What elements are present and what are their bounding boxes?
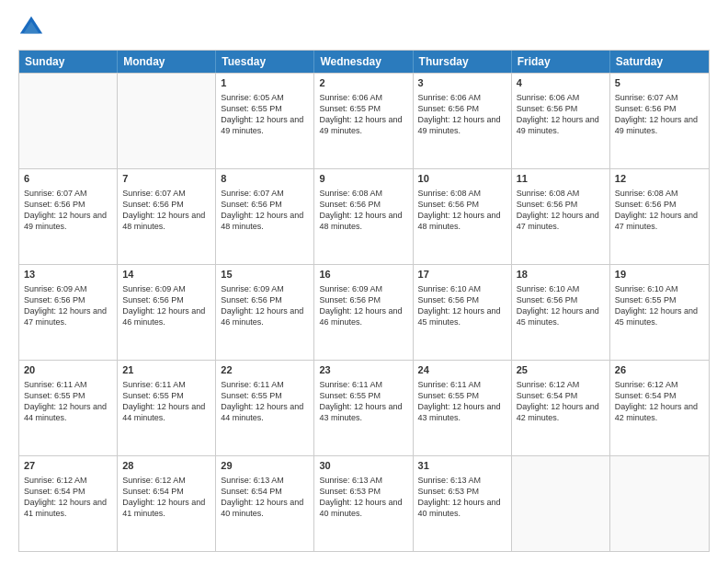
day-number: 20 — [24, 363, 112, 377]
calendar: SundayMondayTuesdayWednesdayThursdayFrid… — [18, 50, 710, 552]
day-info: Sunrise: 6:11 AM Sunset: 6:55 PM Dayligh… — [319, 379, 407, 424]
header-day-tuesday: Tuesday — [216, 51, 314, 73]
header-day-wednesday: Wednesday — [314, 51, 413, 73]
header-day-sunday: Sunday — [19, 51, 118, 73]
calendar-cell: 28Sunrise: 6:12 AM Sunset: 6:54 PM Dayli… — [118, 456, 216, 551]
calendar-cell: 18Sunrise: 6:10 AM Sunset: 6:56 PM Dayli… — [512, 265, 610, 360]
page-header — [18, 15, 710, 40]
day-number: 21 — [122, 363, 210, 377]
day-number: 30 — [319, 459, 407, 473]
day-number: 24 — [418, 363, 506, 377]
header-day-friday: Friday — [512, 51, 610, 73]
day-number: 6 — [24, 172, 112, 186]
calendar-cell: 12Sunrise: 6:08 AM Sunset: 6:56 PM Dayli… — [610, 169, 709, 264]
day-info: Sunrise: 6:07 AM Sunset: 6:56 PM Dayligh… — [221, 188, 309, 233]
day-number: 19 — [615, 268, 704, 282]
calendar-cell: 15Sunrise: 6:09 AM Sunset: 6:56 PM Dayli… — [216, 265, 314, 360]
calendar-cell: 13Sunrise: 6:09 AM Sunset: 6:56 PM Dayli… — [19, 265, 118, 360]
calendar-cell — [512, 456, 610, 551]
calendar-row-4: 27Sunrise: 6:12 AM Sunset: 6:54 PM Dayli… — [19, 455, 709, 551]
calendar-cell — [118, 74, 216, 168]
day-info: Sunrise: 6:09 AM Sunset: 6:56 PM Dayligh… — [122, 283, 210, 328]
day-number: 28 — [122, 459, 210, 473]
day-info: Sunrise: 6:08 AM Sunset: 6:56 PM Dayligh… — [615, 188, 704, 233]
calendar-cell: 2Sunrise: 6:06 AM Sunset: 6:55 PM Daylig… — [314, 74, 413, 168]
calendar-cell: 20Sunrise: 6:11 AM Sunset: 6:55 PM Dayli… — [19, 361, 118, 455]
calendar-cell: 3Sunrise: 6:06 AM Sunset: 6:56 PM Daylig… — [414, 74, 512, 168]
calendar-cell: 21Sunrise: 6:11 AM Sunset: 6:55 PM Dayli… — [118, 361, 216, 455]
calendar-row-0: 1Sunrise: 6:05 AM Sunset: 6:55 PM Daylig… — [19, 73, 709, 168]
day-number: 1 — [221, 76, 309, 90]
day-number: 29 — [221, 459, 309, 473]
calendar-cell: 8Sunrise: 6:07 AM Sunset: 6:56 PM Daylig… — [216, 169, 314, 264]
calendar-cell: 27Sunrise: 6:12 AM Sunset: 6:54 PM Dayli… — [19, 456, 118, 551]
calendar-cell: 6Sunrise: 6:07 AM Sunset: 6:56 PM Daylig… — [19, 169, 118, 264]
day-info: Sunrise: 6:07 AM Sunset: 6:56 PM Dayligh… — [615, 92, 704, 137]
calendar-cell: 24Sunrise: 6:11 AM Sunset: 6:55 PM Dayli… — [414, 361, 512, 455]
day-info: Sunrise: 6:06 AM Sunset: 6:56 PM Dayligh… — [418, 92, 506, 137]
day-number: 4 — [517, 76, 605, 90]
calendar-row-3: 20Sunrise: 6:11 AM Sunset: 6:55 PM Dayli… — [19, 360, 709, 455]
day-number: 14 — [122, 268, 210, 282]
day-number: 26 — [615, 363, 704, 377]
day-info: Sunrise: 6:07 AM Sunset: 6:56 PM Dayligh… — [24, 188, 112, 233]
day-number: 7 — [122, 172, 210, 186]
day-info: Sunrise: 6:09 AM Sunset: 6:56 PM Dayligh… — [24, 283, 112, 328]
day-info: Sunrise: 6:12 AM Sunset: 6:54 PM Dayligh… — [122, 475, 210, 520]
header-day-thursday: Thursday — [414, 51, 512, 73]
calendar-row-2: 13Sunrise: 6:09 AM Sunset: 6:56 PM Dayli… — [19, 264, 709, 360]
day-number: 31 — [418, 459, 506, 473]
day-number: 3 — [418, 76, 506, 90]
logo — [18, 15, 48, 40]
day-info: Sunrise: 6:09 AM Sunset: 6:56 PM Dayligh… — [221, 283, 309, 328]
day-number: 10 — [418, 172, 506, 186]
day-number: 23 — [319, 363, 407, 377]
day-number: 13 — [24, 268, 112, 282]
day-info: Sunrise: 6:11 AM Sunset: 6:55 PM Dayligh… — [221, 379, 309, 424]
calendar-body: 1Sunrise: 6:05 AM Sunset: 6:55 PM Daylig… — [19, 73, 709, 551]
day-number: 12 — [615, 172, 704, 186]
day-info: Sunrise: 6:13 AM Sunset: 6:54 PM Dayligh… — [221, 475, 309, 520]
day-info: Sunrise: 6:10 AM Sunset: 6:55 PM Dayligh… — [615, 283, 704, 328]
day-info: Sunrise: 6:08 AM Sunset: 6:56 PM Dayligh… — [517, 188, 605, 233]
calendar-cell: 1Sunrise: 6:05 AM Sunset: 6:55 PM Daylig… — [216, 74, 314, 168]
calendar-cell: 26Sunrise: 6:12 AM Sunset: 6:54 PM Dayli… — [610, 361, 709, 455]
day-number: 25 — [517, 363, 605, 377]
calendar-cell: 16Sunrise: 6:09 AM Sunset: 6:56 PM Dayli… — [314, 265, 413, 360]
calendar-cell: 4Sunrise: 6:06 AM Sunset: 6:56 PM Daylig… — [512, 74, 610, 168]
calendar-cell: 29Sunrise: 6:13 AM Sunset: 6:54 PM Dayli… — [216, 456, 314, 551]
calendar-cell: 23Sunrise: 6:11 AM Sunset: 6:55 PM Dayli… — [314, 361, 413, 455]
day-number: 18 — [517, 268, 605, 282]
calendar-cell: 19Sunrise: 6:10 AM Sunset: 6:55 PM Dayli… — [610, 265, 709, 360]
calendar-row-1: 6Sunrise: 6:07 AM Sunset: 6:56 PM Daylig… — [19, 168, 709, 264]
calendar-header: SundayMondayTuesdayWednesdayThursdayFrid… — [19, 51, 709, 73]
day-info: Sunrise: 6:06 AM Sunset: 6:56 PM Dayligh… — [517, 92, 605, 137]
calendar-cell — [610, 456, 709, 551]
calendar-cell: 30Sunrise: 6:13 AM Sunset: 6:53 PM Dayli… — [314, 456, 413, 551]
day-number: 22 — [221, 363, 309, 377]
day-number: 2 — [319, 76, 407, 90]
day-number: 5 — [615, 76, 704, 90]
logo-icon — [18, 15, 44, 40]
calendar-cell: 9Sunrise: 6:08 AM Sunset: 6:56 PM Daylig… — [314, 169, 413, 264]
calendar-cell: 25Sunrise: 6:12 AM Sunset: 6:54 PM Dayli… — [512, 361, 610, 455]
day-info: Sunrise: 6:12 AM Sunset: 6:54 PM Dayligh… — [517, 379, 605, 424]
day-number: 11 — [517, 172, 605, 186]
day-info: Sunrise: 6:09 AM Sunset: 6:56 PM Dayligh… — [319, 283, 407, 328]
calendar-cell: 22Sunrise: 6:11 AM Sunset: 6:55 PM Dayli… — [216, 361, 314, 455]
day-info: Sunrise: 6:13 AM Sunset: 6:53 PM Dayligh… — [319, 475, 407, 520]
day-info: Sunrise: 6:08 AM Sunset: 6:56 PM Dayligh… — [319, 188, 407, 233]
day-info: Sunrise: 6:11 AM Sunset: 6:55 PM Dayligh… — [24, 379, 112, 424]
day-info: Sunrise: 6:08 AM Sunset: 6:56 PM Dayligh… — [418, 188, 506, 233]
day-number: 8 — [221, 172, 309, 186]
day-number: 16 — [319, 268, 407, 282]
day-info: Sunrise: 6:12 AM Sunset: 6:54 PM Dayligh… — [24, 475, 112, 520]
calendar-cell: 7Sunrise: 6:07 AM Sunset: 6:56 PM Daylig… — [118, 169, 216, 264]
day-info: Sunrise: 6:11 AM Sunset: 6:55 PM Dayligh… — [122, 379, 210, 424]
day-number: 9 — [319, 172, 407, 186]
day-number: 15 — [221, 268, 309, 282]
header-day-saturday: Saturday — [610, 51, 709, 73]
day-info: Sunrise: 6:07 AM Sunset: 6:56 PM Dayligh… — [122, 188, 210, 233]
day-info: Sunrise: 6:12 AM Sunset: 6:54 PM Dayligh… — [615, 379, 704, 424]
calendar-cell: 14Sunrise: 6:09 AM Sunset: 6:56 PM Dayli… — [118, 265, 216, 360]
